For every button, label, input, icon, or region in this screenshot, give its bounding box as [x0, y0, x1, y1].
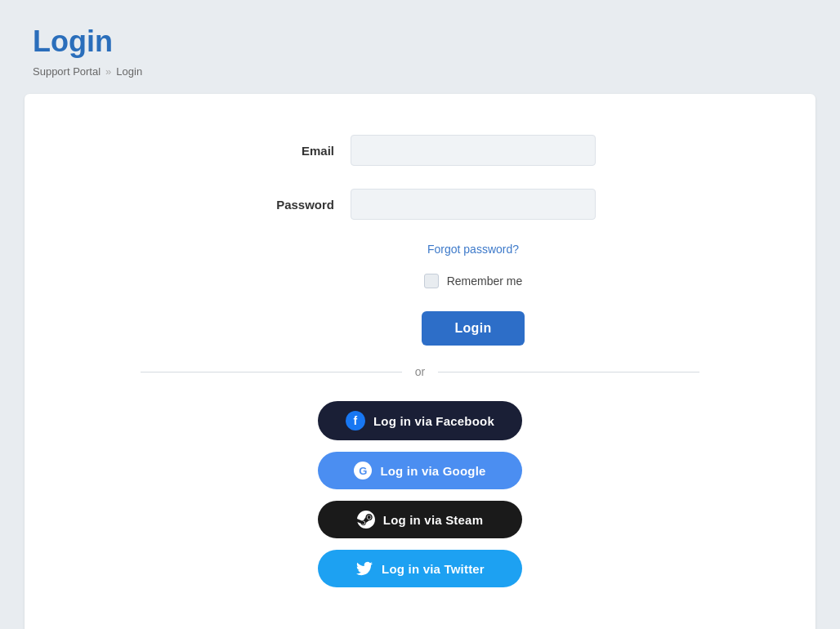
twitter-login-button[interactable]: Log in via Twitter [318, 550, 522, 587]
forgot-password-link[interactable]: Forgot password? [427, 243, 519, 256]
email-row: Email [57, 135, 783, 166]
facebook-icon: f [346, 411, 365, 430]
remember-me-label: Remember me [447, 274, 523, 288]
google-login-button[interactable]: G Log in via Google [318, 452, 522, 489]
divider-text: or [402, 365, 438, 378]
facebook-login-button[interactable]: f Log in via Facebook [318, 401, 522, 440]
page-header: Login Support Portal » Login [0, 0, 840, 94]
google-label: Log in via Google [380, 464, 485, 478]
remember-me-checkbox[interactable] [424, 274, 439, 288]
email-label: Email [244, 144, 351, 158]
breadcrumb-separator: » [105, 65, 111, 78]
remember-row: Remember me [57, 274, 783, 288]
divider-line-left [141, 372, 402, 372]
twitter-icon [355, 560, 373, 578]
steam-icon [357, 511, 375, 529]
breadcrumb: Support Portal » Login [33, 65, 807, 78]
password-row: Password [57, 189, 783, 220]
divider-row: or [57, 365, 783, 378]
password-label: Password [244, 198, 351, 212]
social-buttons: f Log in via Facebook G Log in via Googl… [57, 401, 783, 587]
email-input[interactable] [351, 135, 596, 166]
breadcrumb-current: Login [116, 65, 142, 78]
forgot-row: Forgot password? [57, 243, 783, 256]
login-button[interactable]: Login [422, 311, 524, 346]
steam-login-button[interactable]: Log in via Steam [318, 501, 522, 538]
google-icon: G [354, 462, 372, 480]
page-title: Login [33, 25, 807, 59]
login-button-row: Login [57, 311, 783, 346]
steam-label: Log in via Steam [383, 513, 483, 527]
twitter-label: Log in via Twitter [382, 562, 485, 576]
breadcrumb-parent[interactable]: Support Portal [33, 65, 101, 78]
facebook-label: Log in via Facebook [373, 414, 494, 428]
divider-line-right [438, 372, 699, 372]
password-input[interactable] [351, 189, 596, 220]
login-card: Email Password Forgot password? Remember… [25, 94, 815, 629]
